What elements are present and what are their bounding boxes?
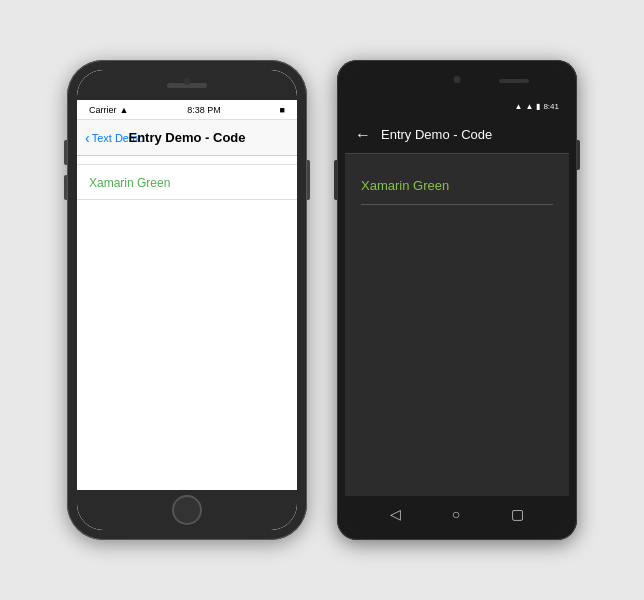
android-speaker xyxy=(499,79,529,83)
android-power-button xyxy=(577,140,580,170)
android-volume-button xyxy=(334,160,337,200)
android-content: Xamarin Green xyxy=(345,154,569,496)
android-signal-icon: ▲ xyxy=(515,102,523,111)
android-time-label: 8:41 xyxy=(543,102,559,111)
ios-wifi-icon: ▲ xyxy=(120,105,129,115)
ios-nav-title: Entry Demo - Code xyxy=(128,130,245,145)
android-screen: ▲ ▲ ▮ 8:41 ← Entry Demo - Code Xamarin G… xyxy=(345,68,569,532)
ios-back-chevron-icon: ‹ xyxy=(85,131,90,145)
android-wifi-icon: ▲ xyxy=(526,102,534,111)
android-status-bar: ▲ ▲ ▮ 8:41 xyxy=(345,96,569,116)
android-entry-text[interactable]: Xamarin Green xyxy=(361,178,449,193)
ios-time-label: 8:38 PM xyxy=(187,105,221,115)
ios-volume-button xyxy=(64,175,67,200)
ios-camera xyxy=(184,78,191,85)
android-top-bezel xyxy=(345,68,569,96)
android-back-nav-icon[interactable]: ◁ xyxy=(390,506,401,522)
android-camera xyxy=(454,76,461,83)
ios-home-button[interactable] xyxy=(172,495,202,525)
ios-status-right: ■ xyxy=(280,105,285,115)
ios-top-bezel xyxy=(77,70,297,100)
android-recents-nav-icon[interactable]: ▢ xyxy=(511,506,524,522)
ios-content: Xamarin Green xyxy=(77,156,297,490)
android-battery-icon: ▮ xyxy=(536,102,540,111)
ios-entry-field-row[interactable]: Xamarin Green xyxy=(77,164,297,200)
ios-phone: Carrier ▲ 8:38 PM ■ ‹ Text Demo Entry De… xyxy=(67,60,307,540)
android-back-arrow-icon[interactable]: ← xyxy=(355,126,371,144)
ios-carrier-label: Carrier xyxy=(89,105,117,115)
android-phone: ▲ ▲ ▮ 8:41 ← Entry Demo - Code Xamarin G… xyxy=(337,60,577,540)
ios-mute-button xyxy=(64,140,67,165)
ios-status-left: Carrier ▲ xyxy=(89,105,128,115)
ios-status-bar: Carrier ▲ 8:38 PM ■ xyxy=(77,100,297,120)
android-nav-bar: ← Entry Demo - Code xyxy=(345,116,569,154)
ios-entry-text[interactable]: Xamarin Green xyxy=(89,176,170,190)
ios-battery-icon: ■ xyxy=(280,105,285,115)
android-bottom-nav: ◁ ○ ▢ xyxy=(345,496,569,532)
android-home-nav-icon[interactable]: ○ xyxy=(452,506,460,522)
ios-power-button xyxy=(307,160,310,200)
ios-screen: Carrier ▲ 8:38 PM ■ ‹ Text Demo Entry De… xyxy=(77,70,297,530)
android-nav-title: Entry Demo - Code xyxy=(381,127,492,142)
ios-bottom-bezel xyxy=(77,490,297,530)
android-entry-field-row[interactable]: Xamarin Green xyxy=(361,166,553,205)
android-status-icons: ▲ ▲ ▮ 8:41 xyxy=(515,102,559,111)
ios-nav-bar: ‹ Text Demo Entry Demo - Code xyxy=(77,120,297,156)
